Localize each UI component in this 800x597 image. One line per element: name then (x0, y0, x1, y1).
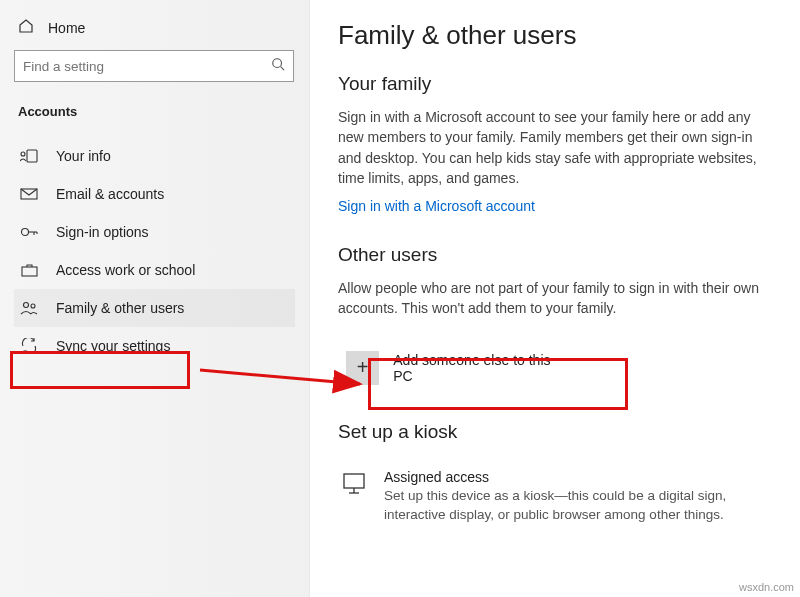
kiosk-heading: Set up a kiosk (338, 421, 776, 443)
key-icon (20, 225, 38, 239)
sidebar-item-email[interactable]: Email & accounts (14, 175, 295, 213)
sidebar-item-your-info[interactable]: Your info (14, 137, 295, 175)
monitor-icon (338, 469, 370, 525)
sync-icon (20, 338, 38, 354)
svg-line-1 (281, 67, 285, 71)
other-users-description: Allow people who are not part of your fa… (338, 278, 776, 319)
add-user-label: Add someone else to this PC (393, 352, 570, 384)
briefcase-icon (20, 263, 38, 277)
kiosk-button[interactable]: Assigned access Set up this device as a … (338, 463, 776, 531)
home-label: Home (48, 20, 85, 36)
mail-icon (20, 188, 38, 200)
signin-link[interactable]: Sign in with a Microsoft account (338, 198, 776, 214)
search-input[interactable] (23, 59, 271, 74)
home-icon (18, 18, 34, 38)
svg-point-0 (273, 59, 282, 68)
sidebar: Home Accounts Your info Email & accounts… (0, 0, 310, 597)
sidebar-item-work[interactable]: Access work or school (14, 251, 295, 289)
search-box[interactable] (14, 50, 294, 82)
sidebar-item-sync[interactable]: Sync your settings (14, 327, 295, 365)
svg-rect-2 (27, 150, 37, 162)
main-content: Family & other users Your family Sign in… (310, 0, 800, 597)
sidebar-item-signin[interactable]: Sign-in options (14, 213, 295, 251)
add-user-button[interactable]: + Add someone else to this PC (338, 343, 578, 393)
section-title: Accounts (18, 104, 295, 119)
sidebar-item-label: Family & other users (56, 300, 184, 316)
person-card-icon (20, 149, 38, 163)
home-button[interactable]: Home (14, 12, 295, 50)
svg-point-5 (22, 229, 29, 236)
svg-point-3 (21, 152, 25, 156)
family-heading: Your family (338, 73, 776, 95)
page-title: Family & other users (338, 20, 776, 51)
svg-point-11 (31, 304, 35, 308)
people-icon (20, 301, 38, 315)
plus-icon: + (346, 351, 379, 385)
sidebar-item-label: Sync your settings (56, 338, 170, 354)
search-icon (271, 57, 285, 75)
svg-point-10 (24, 303, 29, 308)
kiosk-description: Set up this device as a kiosk—this could… (384, 487, 776, 525)
watermark: wsxdn.com (739, 581, 794, 593)
other-users-heading: Other users (338, 244, 776, 266)
svg-rect-12 (344, 474, 364, 488)
sidebar-item-label: Email & accounts (56, 186, 164, 202)
svg-rect-9 (22, 267, 37, 276)
kiosk-title: Assigned access (384, 469, 776, 485)
sidebar-item-label: Your info (56, 148, 111, 164)
sidebar-item-label: Access work or school (56, 262, 195, 278)
sidebar-item-family[interactable]: Family & other users (14, 289, 295, 327)
family-description: Sign in with a Microsoft account to see … (338, 107, 776, 188)
sidebar-item-label: Sign-in options (56, 224, 149, 240)
